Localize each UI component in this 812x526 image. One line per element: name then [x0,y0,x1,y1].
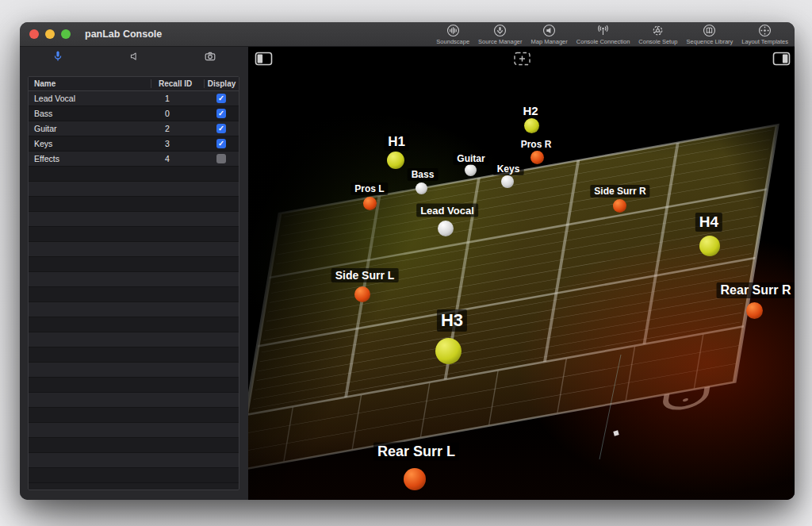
table-row[interactable]: Bass0✓ [29,106,239,121]
map-point-label: Lead Vocal [416,204,478,217]
zoom-window-button[interactable] [61,29,71,39]
table-row-empty[interactable] [29,197,239,212]
console-connection-icon [596,24,611,37]
toggle-right-panel-icon[interactable] [772,52,791,66]
map-point-label: H2 [519,103,542,118]
table-row[interactable]: Guitar2✓ [29,121,239,136]
table-row-empty[interactable] [29,393,239,408]
table-row-empty[interactable] [29,438,239,453]
map-point-keys[interactable] [501,175,514,188]
table-row-empty[interactable] [29,453,239,468]
toolbar-item-console-setup[interactable]: Console Setup [638,24,677,45]
map-point-label: Rear Surr R [717,282,795,298]
table-row-empty[interactable] [29,363,239,378]
toolbar-item-label: Sequence Library [687,38,733,45]
map-point-h1[interactable] [387,152,404,169]
column-header-name[interactable]: Name [29,79,151,88]
toolbar-item-layout-templates[interactable]: Layout Templates [741,24,788,45]
table-row-empty[interactable] [29,227,239,242]
close-window-button[interactable] [29,29,39,39]
toolbar-item-console-connection[interactable]: Console Connection [576,24,630,45]
cell-name: Effects [29,154,151,163]
titlebar-toolbar: SoundscapeSource ManagerMap ManagerConso… [436,24,788,45]
map-point-pros-l[interactable] [363,197,377,210]
table-row[interactable]: Effects4 [29,152,239,167]
display-checkbox[interactable]: ✓ [216,124,226,133]
sources-table: Name Recall ID Display Lead Vocal1✓Bass0… [28,76,239,490]
display-checkbox[interactable]: ✓ [216,109,226,118]
toolbar-item-sequence-library[interactable]: Sequence Library [687,24,733,45]
table-row[interactable]: Keys3✓ [29,136,239,152]
table-row-empty[interactable] [29,242,239,257]
map-point-bass[interactable] [416,182,427,194]
toolbar-item-label: Soundscape [436,38,469,45]
table-row-empty[interactable] [29,332,239,347]
column-header-recall-id[interactable]: Recall ID [151,79,204,88]
map-view[interactable]: H1H2Pros RGuitarKeysBassPros LLead Vocal… [248,47,795,500]
toolbar-item-soundscape[interactable]: Soundscape [436,24,469,45]
toolbar-item-map-manager[interactable]: Map Manager [531,24,568,45]
desktop: panLab Console SoundscapeSource ManagerM… [0,0,812,526]
app-window: panLab Console SoundscapeSource ManagerM… [20,22,795,500]
table-row-empty[interactable] [29,423,239,438]
map-point-label: H4 [695,213,722,232]
cell-name: Guitar [29,124,151,133]
speaker-icon [128,50,140,66]
table-row-empty[interactable] [29,257,239,272]
table-row-empty[interactable] [29,212,239,227]
reset-view-icon[interactable] [513,52,531,66]
display-checkbox[interactable]: ✓ [216,94,226,103]
table-row-empty[interactable] [29,317,239,332]
toggle-left-panel-icon[interactable] [255,52,273,66]
table-row-empty[interactable] [29,287,239,302]
toolbar-item-label: Console Connection [576,38,630,45]
map-point-label: Pros L [350,182,388,195]
venue-3d-scene[interactable]: H1H2Pros RGuitarKeysBassPros LLead Vocal… [248,47,795,500]
cell-recall-id: 1 [151,94,204,103]
map-point-lead-vocal[interactable] [438,221,454,236]
table-row-empty[interactable] [29,182,239,197]
table-row-empty[interactable] [29,272,239,287]
map-point-side-surr-r[interactable] [613,199,626,213]
minimize-window-button[interactable] [45,29,55,39]
sidebar: Name Recall ID Display Lead Vocal1✓Bass0… [20,47,248,500]
sidebar-tabbar [20,47,248,69]
map-point-label: H3 [437,309,467,332]
tab-microphone[interactable] [20,47,96,69]
cell-display: ✓ [204,124,239,133]
source-manager-icon [493,24,507,37]
microphone-icon [51,49,65,67]
map-point-h3[interactable] [435,338,462,364]
map-point-guitar[interactable] [465,164,477,176]
display-checkbox[interactable] [216,154,226,163]
tab-camera[interactable] [172,47,248,69]
tab-speaker[interactable] [96,47,172,69]
cell-recall-id: 0 [151,109,204,118]
column-header-display[interactable]: Display [204,79,239,88]
map-point-side-surr-l[interactable] [354,286,370,302]
map-point-pros-r[interactable] [530,151,544,164]
table-row-empty[interactable] [29,378,239,393]
map-point-h4[interactable] [699,236,720,256]
layout-templates-icon [758,24,772,37]
table-body: Lead Vocal1✓Bass0✓Guitar2✓Keys3✓Effects4 [29,91,239,483]
table-row-empty[interactable] [29,408,239,423]
table-row[interactable]: Lead Vocal1✓ [29,91,239,106]
table-row-empty[interactable] [29,347,239,363]
map-point-label: Bass [408,168,439,181]
table-row-empty[interactable] [29,302,239,317]
map-point-label: H1 [384,133,409,151]
map-point-rear-surr-r[interactable] [746,302,763,319]
map-point-label: Pros R [517,138,556,151]
toolbar-item-source-manager[interactable]: Source Manager [478,24,522,45]
table-row-empty[interactable] [29,468,239,483]
map-point-label: Rear Surr L [373,443,459,461]
map-point-rear-surr-l[interactable] [404,468,426,490]
cell-recall-id: 2 [151,124,204,133]
table-row-empty[interactable] [29,167,239,182]
cell-name: Lead Vocal [29,94,151,103]
cell-recall-id: 3 [151,139,204,148]
map-point-h2[interactable] [524,118,539,133]
titlebar[interactable]: panLab Console SoundscapeSource ManagerM… [20,22,795,47]
display-checkbox[interactable]: ✓ [216,139,226,148]
